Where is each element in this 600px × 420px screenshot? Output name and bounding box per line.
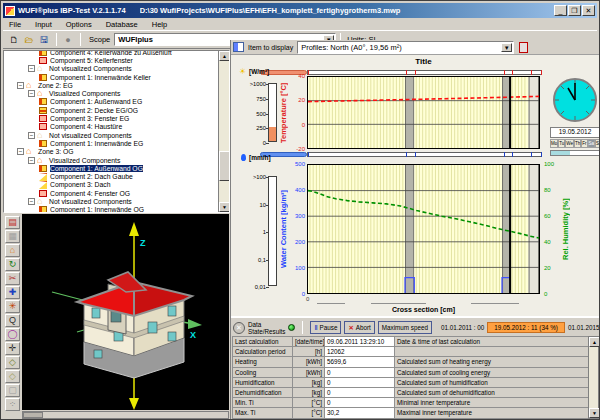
save-file-icon[interactable]: 🖫 (37, 33, 51, 46)
menu-database[interactable]: Database (106, 20, 138, 29)
max-speed-button[interactable]: Maximum speed (378, 321, 432, 334)
tree-item[interactable]: Component 4: Haustüre (4, 123, 217, 131)
tree-item[interactable]: −⌂Not visualized Components (4, 65, 217, 73)
profile-view-icon[interactable] (519, 42, 528, 53)
row-value[interactable]: 30,2 (325, 408, 395, 418)
scroll-thumb[interactable] (23, 412, 43, 418)
cut-section-icon[interactable]: ✂ (5, 272, 20, 285)
tree-expander-icon[interactable]: − (28, 90, 35, 97)
zoom-icon[interactable]: Q (5, 314, 20, 327)
house-icon: ⌂ (37, 157, 46, 164)
tree-expander-icon[interactable]: − (17, 148, 24, 155)
table-row[interactable]: Calculation period[h]12062 (233, 347, 589, 357)
radiation-colorbar: >10007505002500 (268, 83, 277, 142)
move-object-icon[interactable]: ✛ (5, 342, 20, 355)
table-row[interactable]: Heating[kWh]5699,6Calculated sum of heat… (233, 357, 589, 367)
tree-expander-icon[interactable]: − (28, 157, 35, 164)
toolbar-separator (80, 33, 81, 46)
chevron-down-icon[interactable]: ▼ (501, 43, 512, 52)
item-to-display-select[interactable]: Profiles: North (A0°, 19,56 m²) ▼ (297, 41, 514, 54)
display-options-icon[interactable]: ▤ (5, 216, 20, 229)
row-description: Minimal inner temperature (395, 398, 589, 408)
row-value[interactable]: 12062 (325, 347, 395, 357)
axis-tick: 300 (287, 213, 305, 219)
scroll-down-icon[interactable]: ▼ (219, 202, 230, 212)
menu-file[interactable]: File (9, 20, 21, 29)
axis-tick: 40 (287, 73, 305, 79)
roof-icon (39, 181, 47, 189)
table-row[interactable]: Humidification[kg]0Calculated sum of hum… (233, 377, 589, 387)
select-points-icon[interactable]: ⁘ (5, 398, 20, 411)
scroll-up-icon[interactable]: ▲ (589, 337, 600, 347)
select-polygon-icon[interactable]: ◇ (5, 356, 20, 369)
tree-item[interactable]: Component 1: Außenwand OG (4, 164, 217, 172)
row-value[interactable]: 0 (325, 398, 395, 408)
tree-item[interactable]: −⌂Visualized Components (4, 89, 217, 97)
row-value[interactable]: 0 (325, 377, 395, 387)
table-row[interactable]: Max. Ti[°C]30,2Maximal inner temperature (233, 408, 589, 418)
tree-item[interactable]: −⌂Not visualized Components (4, 197, 217, 205)
tree-item[interactable]: −⌂Not visualized Components (4, 131, 217, 139)
pan-view-icon[interactable]: ✚ (5, 286, 20, 299)
temperature-chart[interactable] (307, 76, 540, 149)
tree-item[interactable]: Component 3: Fenster EG (4, 114, 217, 122)
tree-item[interactable]: Component 2: Decke EG/OG (4, 106, 217, 114)
new-file-icon[interactable]: 🗋 (7, 33, 21, 46)
help-icon[interactable]: ● (61, 33, 75, 46)
tree-item[interactable]: Component 1: Innenwände Keller (4, 73, 217, 81)
close-panel-icon[interactable]: ✕ (233, 322, 245, 334)
table-row[interactable]: Last calculation[date/time]09.06.2011 13… (233, 337, 589, 347)
tree-item-label: Not visualized Components (49, 132, 132, 139)
tree-expander-icon[interactable]: − (17, 82, 24, 89)
table-row[interactable]: Min. Ti[°C]0Minimal inner temperature (233, 398, 589, 408)
tree-item[interactable]: Component 4: Fenster OG (4, 189, 217, 197)
tree-expander-icon[interactable]: − (28, 198, 35, 205)
scroll-thumb[interactable] (219, 151, 230, 181)
menu-help[interactable]: Help (152, 20, 167, 29)
view3d-hscrollbar[interactable] (22, 411, 229, 419)
tree-item[interactable]: Component 3: Dach (4, 181, 217, 189)
tree-item[interactable]: −⌂Zone 3: OG (4, 148, 217, 156)
chart-title: Title (307, 57, 540, 66)
tree-scrollbar[interactable]: ▲ ▼ (218, 51, 229, 212)
abort-button[interactable]: ✕Abort (344, 321, 374, 334)
pause-button[interactable]: ‖Pause (310, 321, 341, 334)
open-file-icon[interactable]: 🗁 (22, 33, 36, 46)
zoom-extents-icon[interactable]: ✳ (5, 300, 20, 313)
scroll-down-icon[interactable]: ▼ (589, 408, 600, 418)
rotate-view-icon[interactable]: ↻ (5, 258, 20, 271)
simulation-clock (551, 76, 599, 124)
select-ellipse-icon[interactable]: ◯ (5, 328, 20, 341)
maximize-button[interactable]: ❐ (568, 5, 581, 16)
menu-options[interactable]: Options (66, 20, 92, 29)
draw-polygon-icon[interactable]: ◇ (5, 370, 20, 383)
row-value[interactable]: 5699,6 (325, 357, 395, 367)
tree-item[interactable]: −⌂Visualized Components (4, 156, 217, 164)
tree-item[interactable]: Component 1: Innenwände EG (4, 139, 217, 147)
tree-item[interactable]: −⌂Zone 2: EG (4, 81, 217, 89)
split-view-icon[interactable] (233, 42, 244, 52)
view3d-canvas[interactable]: Z X (22, 214, 229, 410)
tree-item[interactable]: Component 1: Außenwand EG (4, 98, 217, 106)
tree-expander-icon[interactable]: − (28, 65, 35, 72)
simulation-progress-bar (550, 150, 600, 156)
scroll-up-icon[interactable]: ▲ (219, 51, 230, 61)
layers-icon[interactable]: ▦ (5, 230, 20, 243)
building-wizard-icon[interactable]: ⌂ (5, 244, 20, 257)
tree-item[interactable]: Component 1: Innenwände OG (4, 206, 217, 213)
close-button[interactable]: ✕ (582, 5, 595, 16)
table-row[interactable]: Cooling[kWh]0Calculated sum of cooling e… (233, 367, 589, 377)
minimize-button[interactable]: _ (554, 5, 567, 16)
rel-humidity-axis-label: Rel. Humidity [%] (561, 164, 570, 294)
row-value[interactable]: 09.06.2011 13:29:10 (325, 337, 395, 347)
table-scrollbar[interactable]: ▲ ▼ (588, 336, 599, 419)
tree-item[interactable]: Component 5: Kellerfenster (4, 56, 217, 64)
table-row[interactable]: Dehumidification[kg]0Calculated sum of d… (233, 387, 589, 397)
grid-icon[interactable]: ▢ (5, 384, 20, 397)
tree-expander-icon[interactable]: − (28, 132, 35, 139)
menu-input[interactable]: Input (35, 20, 52, 29)
water-content-chart[interactable] (307, 164, 540, 294)
row-value[interactable]: 0 (325, 387, 395, 397)
tree-item[interactable]: Component 2: Dach Gaube (4, 172, 217, 180)
row-value[interactable]: 0 (325, 367, 395, 377)
